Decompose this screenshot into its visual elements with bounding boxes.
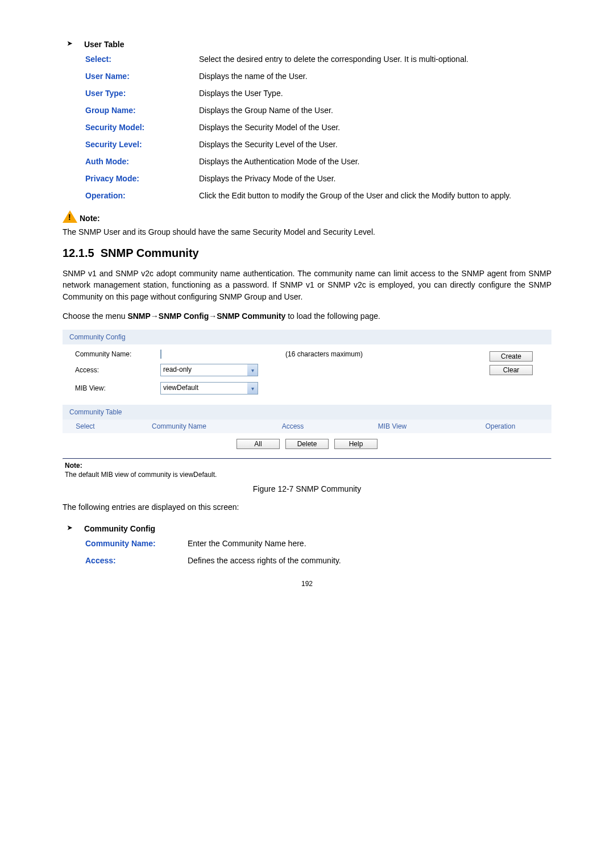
table-button-row: All Delete Help — [63, 433, 551, 458]
def-desc: Enter the Community Name here. — [188, 539, 551, 548]
mibview-label: MIB View: — [75, 384, 160, 392]
def-row: Security Model: Displays the Security Mo… — [85, 123, 551, 132]
note-label: Note: — [80, 214, 100, 223]
community-name-input[interactable] — [160, 350, 161, 359]
def-term: Group Name: — [85, 106, 199, 115]
section-heading: 12.1.5 SNMP Community — [63, 247, 551, 260]
def-row: User Type: Displays the User Type. — [85, 89, 551, 98]
def-term: Access: — [85, 556, 188, 565]
note-text: The SNMP User and its Group should have … — [63, 227, 551, 236]
def-desc: Displays the Group Name of the User. — [199, 106, 551, 115]
def-desc: Defines the access rights of the communi… — [188, 556, 551, 565]
warning-icon — [63, 210, 77, 223]
clear-button[interactable]: Clear — [489, 365, 533, 375]
figure-snmp-community: Community Config Community Name: (16 cha… — [63, 330, 551, 479]
section-number: 12.1.5 — [63, 247, 94, 259]
community-name-label: Community Name: — [75, 350, 160, 358]
community-table-header: Select Community Name Access MIB View Op… — [63, 420, 551, 433]
def-row: Auth Mode: Displays the Authentication M… — [85, 157, 551, 166]
figure-note-head: Note: — [63, 459, 551, 470]
section-title: SNMP Community — [101, 247, 199, 259]
access-select-value: read-only — [161, 364, 247, 376]
def-row: Operation: Click the Edit button to modi… — [85, 191, 551, 200]
def-desc: Click the Edit button to modify the Grou… — [199, 191, 551, 200]
access-label: Access: — [75, 366, 160, 374]
def-term: Auth Mode: — [85, 157, 199, 166]
def-term: Community Name: — [85, 539, 188, 548]
menu-line-prefix: Choose the menu — [63, 312, 127, 321]
figure-caption: Figure 12-7 SNMP Community — [63, 484, 551, 493]
all-button[interactable]: All — [237, 439, 280, 449]
def-desc: Displays the User Type. — [199, 89, 551, 98]
def-term: Privacy Mode: — [85, 174, 199, 183]
col-mib-view: MIB View — [335, 422, 449, 430]
user-table-heading: ➤ User Table — [67, 40, 551, 49]
col-select: Select — [63, 422, 108, 430]
community-table-panel-title: Community Table — [63, 405, 551, 420]
def-row: Group Name: Displays the Group Name of t… — [85, 106, 551, 115]
community-name-hint: (16 characters maximum) — [274, 350, 480, 358]
page-number: 192 — [63, 580, 551, 588]
def-term: User Name: — [85, 72, 199, 81]
help-button[interactable]: Help — [334, 439, 377, 449]
col-community-name: Community Name — [108, 422, 250, 430]
chevron-down-icon: ▾ — [247, 364, 258, 376]
create-button[interactable]: Create — [489, 351, 533, 362]
def-term: Operation: — [85, 191, 199, 200]
def-term: Security Level: — [85, 140, 199, 149]
community-config-panel-title: Community Config — [63, 330, 551, 344]
access-select[interactable]: read-only ▾ — [160, 364, 258, 376]
chevron-right-icon: ➤ — [67, 524, 75, 531]
def-row: User Name: Displays the name of the User… — [85, 72, 551, 81]
menu-line-bold: SNMP→SNMP Config→SNMP Community — [127, 312, 285, 321]
menu-line: Choose the menu SNMP→SNMP Config→SNMP Co… — [63, 310, 551, 322]
user-table-heading-text: User Table — [84, 40, 125, 49]
def-desc: Displays the Security Model of the User. — [199, 123, 551, 132]
def-desc: Displays the name of the User. — [199, 72, 551, 81]
mibview-select-value: viewDefault — [161, 383, 247, 394]
def-row: Security Level: Displays the Security Le… — [85, 140, 551, 149]
community-config-heading-text: Community Config — [84, 524, 155, 533]
def-desc: Select the desired entry to delete the c… — [199, 55, 551, 64]
mibview-select[interactable]: viewDefault ▾ — [160, 382, 258, 394]
paragraph: SNMP v1 and SNMP v2c adopt community nam… — [63, 268, 551, 302]
col-access: Access — [250, 422, 335, 430]
def-term: Select: — [85, 55, 199, 64]
col-operation: Operation — [449, 422, 551, 430]
community-config-body: Community Name: (16 characters maximum) … — [63, 344, 551, 405]
entries-line: The following entries are displayed on t… — [63, 501, 551, 513]
def-row: Community Name: Enter the Community Name… — [85, 539, 551, 548]
def-row: Privacy Mode: Displays the Privacy Mode … — [85, 174, 551, 183]
menu-line-suffix: to load the following page. — [285, 312, 380, 321]
def-row: Access: Defines the access rights of the… — [85, 556, 551, 565]
def-term: Security Model: — [85, 123, 199, 132]
chevron-right-icon: ➤ — [67, 40, 75, 47]
note-heading: Note: — [63, 210, 551, 223]
def-term: User Type: — [85, 89, 199, 98]
chevron-down-icon: ▾ — [247, 383, 258, 394]
figure-note-text: The default MIB view of community is vie… — [63, 470, 551, 479]
def-desc: Displays the Authentication Mode of the … — [199, 157, 551, 166]
def-desc: Displays the Privacy Mode of the User. — [199, 174, 551, 183]
community-config-heading: ➤ Community Config — [67, 524, 551, 533]
delete-button[interactable]: Delete — [285, 439, 329, 449]
def-row: Select: Select the desired entry to dele… — [85, 55, 551, 64]
def-desc: Displays the Security Level of the User. — [199, 140, 551, 149]
